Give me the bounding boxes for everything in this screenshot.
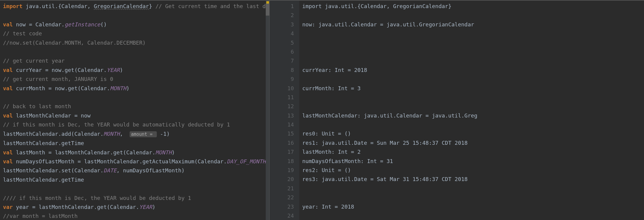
code-line[interactable]: //// if this month is Dec, the YEAR woul… (3, 194, 266, 203)
line-number: 3 (270, 20, 299, 29)
line-number: 7 (270, 56, 299, 65)
code-line[interactable]: var year = lastMonthCalendar.get(Calenda… (3, 203, 266, 212)
code-editor-pane[interactable]: import java.util.{Calendar, GregorianCal… (0, 1, 269, 220)
output-line (302, 93, 641, 102)
code-line[interactable]: val now = Calendar.getInstance() (3, 20, 266, 29)
line-number: 17 (270, 147, 299, 156)
output-line (302, 102, 641, 111)
line-number: 10 (270, 84, 299, 93)
line-number: 8 (270, 66, 299, 75)
code-line[interactable]: // if this month is Dec, the YEAR would … (3, 120, 266, 129)
output-line (302, 211, 641, 220)
line-number: 15 (270, 129, 299, 138)
code-line[interactable]: import java.util.{Calendar, GregorianCal… (3, 2, 266, 11)
code-line[interactable]: lastMonthCalendar.add(Calendar.MONTH, am… (3, 129, 266, 139)
line-number: 4 (270, 29, 299, 38)
line-number: 14 (270, 120, 299, 129)
code-line[interactable] (3, 47, 266, 56)
code-line[interactable]: //var month = lastMonth (3, 212, 266, 220)
code-line[interactable]: lastMonthCalendar.set(Calendar.DATE, num… (3, 166, 266, 175)
line-number: 21 (270, 184, 299, 193)
code-line[interactable]: val lastMonth = lastMonthCalendar.get(Ca… (3, 148, 266, 157)
code-line[interactable]: val currYear = now.get(Calendar.YEAR) (3, 66, 266, 75)
output-line: numDaysOfLastMonth: Int = 31 (302, 157, 641, 166)
output-line (302, 56, 641, 65)
code-line[interactable]: // get current year (3, 56, 266, 65)
ide-split-view: import java.util.{Calendar, GregorianCal… (0, 0, 644, 220)
code-line[interactable] (3, 184, 266, 193)
output-line (302, 11, 641, 20)
output-line (302, 120, 641, 129)
scroll-thumb[interactable] (266, 4, 269, 16)
code-line[interactable]: // get current month, JANUARY is 0 (3, 75, 266, 84)
line-number: 24 (270, 211, 299, 220)
code-line[interactable]: //now.set(Calendar.MONTH, Calendar.DECEM… (3, 38, 266, 47)
output-line: year: Int = 2018 (302, 202, 641, 211)
code-line[interactable]: lastMonthCalendar.getTime (3, 139, 266, 148)
code-line[interactable]: // test code (3, 29, 266, 38)
code-editor-content[interactable]: import java.util.{Calendar, GregorianCal… (0, 1, 269, 220)
output-line (302, 184, 641, 193)
code-line[interactable] (3, 93, 266, 102)
line-number: 19 (270, 166, 299, 175)
code-line[interactable]: val currMonth = now.get(Calendar.MONTH) (3, 84, 266, 93)
code-line[interactable]: val numDaysOfLastMonth = lastMonthCalend… (3, 157, 266, 166)
output-line: lastMonth: Int = 2 (302, 147, 641, 156)
line-number: 22 (270, 193, 299, 202)
repl-output-pane[interactable]: import java.util.{Calendar, GregorianCal… (299, 1, 644, 220)
editor-scrollbar[interactable] (266, 1, 269, 220)
output-line (302, 38, 641, 47)
line-number: 12 (270, 102, 299, 111)
code-line[interactable]: val lastMonthCalendar = now (3, 111, 266, 120)
output-line: lastMonthCalendar: java.util.Calendar = … (302, 111, 641, 120)
output-line: res1: java.util.Date = Sun Mar 25 15:48:… (302, 138, 641, 147)
line-number: 20 (270, 175, 299, 184)
line-number: 16 (270, 138, 299, 147)
output-line (302, 29, 641, 38)
line-number: 5 (270, 38, 299, 47)
line-number: 9 (270, 75, 299, 84)
output-line: currYear: Int = 2018 (302, 66, 641, 75)
line-number: 6 (270, 47, 299, 56)
code-line[interactable] (3, 11, 266, 20)
output-line (302, 47, 641, 56)
output-line (302, 75, 641, 84)
output-line: currMonth: Int = 3 (302, 84, 641, 93)
output-line: res0: Unit = () (302, 129, 641, 138)
output-line: import java.util.{Calendar, GregorianCal… (302, 2, 641, 11)
inlay-hint: amount = (130, 131, 157, 137)
line-number: 13 (270, 111, 299, 120)
output-line: res3: java.util.Date = Sat Mar 31 15:48:… (302, 175, 641, 184)
output-line (302, 193, 641, 202)
line-number: 11 (270, 93, 299, 102)
code-line[interactable]: lastMonthCalendar.getTime (3, 175, 266, 184)
line-number-gutter: 123456789101112131415161718192021222324 (269, 1, 299, 220)
output-line: now: java.util.Calendar = java.util.Greg… (302, 20, 641, 29)
line-number: 23 (270, 202, 299, 211)
code-line[interactable]: // back to last month (3, 102, 266, 111)
line-number: 1 (270, 2, 299, 11)
line-number: 2 (270, 11, 299, 20)
line-number: 18 (270, 157, 299, 166)
output-line: res2: Unit = () (302, 166, 641, 175)
